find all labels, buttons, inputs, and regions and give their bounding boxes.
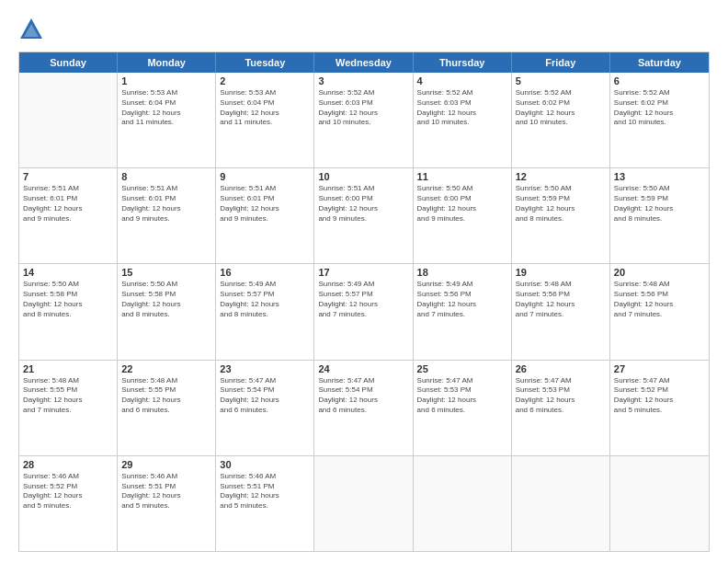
calendar-cell: 4Sunrise: 5:52 AMSunset: 6:03 PMDaylight… — [414, 73, 512, 167]
cell-info: Sunrise: 5:48 AMSunset: 5:55 PMDaylight:… — [121, 376, 211, 416]
calendar-cell: 1Sunrise: 5:53 AMSunset: 6:04 PMDaylight… — [118, 73, 216, 167]
day-header-wednesday: Wednesday — [314, 52, 413, 73]
cell-date-number: 27 — [614, 363, 705, 374]
cell-date-number: 13 — [614, 171, 705, 182]
day-header-sunday: Sunday — [19, 52, 118, 73]
cell-info: Sunrise: 5:48 AMSunset: 5:56 PMDaylight:… — [614, 280, 705, 319]
cell-date-number: 15 — [121, 267, 211, 278]
cell-info: Sunrise: 5:52 AMSunset: 6:03 PMDaylight:… — [318, 88, 408, 128]
calendar-cell: 28Sunrise: 5:46 AMSunset: 5:52 PMDayligh… — [19, 456, 118, 551]
cell-info: Sunrise: 5:46 AMSunset: 5:52 PMDaylight:… — [23, 472, 113, 511]
cell-date-number: 28 — [23, 459, 113, 470]
calendar-header: SundayMondayTuesdayWednesdayThursdayFrid… — [19, 52, 709, 73]
calendar-page: SundayMondayTuesdayWednesdayThursdayFrid… — [0, 0, 728, 563]
calendar-cell: 30Sunrise: 5:46 AMSunset: 5:51 PMDayligh… — [216, 456, 314, 551]
cell-date-number: 16 — [220, 267, 310, 278]
calendar-cell: 23Sunrise: 5:47 AMSunset: 5:54 PMDayligh… — [216, 361, 314, 455]
cell-date-number: 29 — [121, 459, 211, 470]
calendar-cell: 24Sunrise: 5:47 AMSunset: 5:54 PMDayligh… — [314, 361, 413, 455]
calendar-cell — [610, 456, 709, 551]
calendar-cell: 5Sunrise: 5:52 AMSunset: 6:02 PMDaylight… — [512, 73, 610, 167]
cell-date-number: 1 — [121, 75, 211, 86]
cell-info: Sunrise: 5:49 AMSunset: 5:57 PMDaylight:… — [220, 280, 310, 319]
calendar-cell: 12Sunrise: 5:50 AMSunset: 5:59 PMDayligh… — [512, 168, 610, 263]
cell-date-number: 22 — [121, 363, 211, 374]
cell-date-number: 7 — [23, 171, 113, 182]
cell-date-number: 4 — [417, 75, 507, 86]
calendar-cell: 7Sunrise: 5:51 AMSunset: 6:01 PMDaylight… — [19, 168, 118, 263]
calendar-cell: 15Sunrise: 5:50 AMSunset: 5:58 PMDayligh… — [118, 264, 216, 359]
cell-info: Sunrise: 5:53 AMSunset: 6:04 PMDaylight:… — [121, 88, 211, 128]
cell-info: Sunrise: 5:50 AMSunset: 5:59 PMDaylight:… — [516, 184, 606, 224]
cell-date-number: 21 — [23, 363, 113, 374]
cell-info: Sunrise: 5:52 AMSunset: 6:02 PMDaylight:… — [516, 88, 606, 128]
calendar-row-1: 1Sunrise: 5:53 AMSunset: 6:04 PMDaylight… — [19, 73, 709, 167]
cell-info: Sunrise: 5:50 AMSunset: 6:00 PMDaylight:… — [417, 184, 507, 224]
calendar-cell: 6Sunrise: 5:52 AMSunset: 6:02 PMDaylight… — [610, 73, 709, 167]
calendar-cell: 19Sunrise: 5:48 AMSunset: 5:56 PMDayligh… — [512, 264, 610, 359]
calendar-row-4: 21Sunrise: 5:48 AMSunset: 5:55 PMDayligh… — [19, 360, 709, 455]
cell-info: Sunrise: 5:52 AMSunset: 6:02 PMDaylight:… — [614, 88, 705, 128]
cell-date-number: 23 — [220, 363, 310, 374]
cell-date-number: 3 — [318, 75, 408, 86]
calendar-cell: 22Sunrise: 5:48 AMSunset: 5:55 PMDayligh… — [118, 361, 216, 455]
cell-date-number: 20 — [614, 267, 705, 278]
calendar-row-5: 28Sunrise: 5:46 AMSunset: 5:52 PMDayligh… — [19, 455, 709, 551]
calendar-row-2: 7Sunrise: 5:51 AMSunset: 6:01 PMDaylight… — [19, 167, 709, 263]
cell-info: Sunrise: 5:48 AMSunset: 5:56 PMDaylight:… — [516, 280, 606, 319]
cell-date-number: 24 — [318, 363, 408, 374]
cell-info: Sunrise: 5:51 AMSunset: 6:01 PMDaylight:… — [220, 184, 310, 224]
header — [18, 17, 710, 42]
cell-info: Sunrise: 5:47 AMSunset: 5:53 PMDaylight:… — [417, 376, 507, 416]
day-header-saturday: Saturday — [610, 52, 709, 73]
cell-info: Sunrise: 5:50 AMSunset: 5:59 PMDaylight:… — [614, 184, 705, 224]
day-header-thursday: Thursday — [414, 52, 512, 73]
day-header-monday: Monday — [118, 52, 216, 73]
cell-date-number: 26 — [516, 363, 606, 374]
cell-info: Sunrise: 5:52 AMSunset: 6:03 PMDaylight:… — [417, 88, 507, 128]
logo — [18, 17, 48, 42]
cell-info: Sunrise: 5:49 AMSunset: 5:57 PMDaylight:… — [318, 280, 408, 319]
calendar-cell — [512, 456, 610, 551]
calendar-cell — [314, 456, 413, 551]
cell-date-number: 12 — [516, 171, 606, 182]
calendar-cell: 3Sunrise: 5:52 AMSunset: 6:03 PMDaylight… — [314, 73, 413, 167]
day-header-tuesday: Tuesday — [216, 52, 314, 73]
calendar-row-3: 14Sunrise: 5:50 AMSunset: 5:58 PMDayligh… — [19, 263, 709, 359]
cell-info: Sunrise: 5:47 AMSunset: 5:54 PMDaylight:… — [220, 376, 310, 416]
calendar-cell: 29Sunrise: 5:46 AMSunset: 5:51 PMDayligh… — [118, 456, 216, 551]
calendar-cell: 14Sunrise: 5:50 AMSunset: 5:58 PMDayligh… — [19, 264, 118, 359]
calendar-cell: 2Sunrise: 5:53 AMSunset: 6:04 PMDaylight… — [216, 73, 314, 167]
cell-date-number: 10 — [318, 171, 408, 182]
calendar-body: 1Sunrise: 5:53 AMSunset: 6:04 PMDaylight… — [19, 73, 709, 551]
cell-info: Sunrise: 5:51 AMSunset: 6:01 PMDaylight:… — [121, 184, 211, 224]
calendar-cell: 8Sunrise: 5:51 AMSunset: 6:01 PMDaylight… — [118, 168, 216, 263]
calendar-cell: 18Sunrise: 5:49 AMSunset: 5:56 PMDayligh… — [414, 264, 512, 359]
cell-date-number: 14 — [23, 267, 113, 278]
cell-date-number: 17 — [318, 267, 408, 278]
calendar-cell — [414, 456, 512, 551]
calendar-cell: 21Sunrise: 5:48 AMSunset: 5:55 PMDayligh… — [19, 361, 118, 455]
cell-info: Sunrise: 5:51 AMSunset: 6:00 PMDaylight:… — [318, 184, 408, 224]
cell-date-number: 9 — [220, 171, 310, 182]
cell-info: Sunrise: 5:47 AMSunset: 5:54 PMDaylight:… — [318, 376, 408, 416]
cell-date-number: 8 — [121, 171, 211, 182]
calendar-cell: 10Sunrise: 5:51 AMSunset: 6:00 PMDayligh… — [314, 168, 413, 263]
cell-info: Sunrise: 5:50 AMSunset: 5:58 PMDaylight:… — [121, 280, 211, 319]
calendar-cell: 9Sunrise: 5:51 AMSunset: 6:01 PMDaylight… — [216, 168, 314, 263]
cell-date-number: 6 — [614, 75, 705, 86]
calendar-cell — [19, 73, 118, 167]
calendar-cell: 11Sunrise: 5:50 AMSunset: 6:00 PMDayligh… — [414, 168, 512, 263]
cell-info: Sunrise: 5:49 AMSunset: 5:56 PMDaylight:… — [417, 280, 507, 319]
cell-info: Sunrise: 5:48 AMSunset: 5:55 PMDaylight:… — [23, 376, 113, 416]
cell-info: Sunrise: 5:47 AMSunset: 5:53 PMDaylight:… — [516, 376, 606, 416]
cell-date-number: 25 — [417, 363, 507, 374]
logo-icon — [18, 17, 44, 42]
calendar-cell: 27Sunrise: 5:47 AMSunset: 5:52 PMDayligh… — [610, 361, 709, 455]
calendar-cell: 16Sunrise: 5:49 AMSunset: 5:57 PMDayligh… — [216, 264, 314, 359]
cell-info: Sunrise: 5:46 AMSunset: 5:51 PMDaylight:… — [220, 472, 310, 511]
calendar: SundayMondayTuesdayWednesdayThursdayFrid… — [18, 52, 710, 552]
cell-date-number: 11 — [417, 171, 507, 182]
calendar-cell: 13Sunrise: 5:50 AMSunset: 5:59 PMDayligh… — [610, 168, 709, 263]
cell-info: Sunrise: 5:53 AMSunset: 6:04 PMDaylight:… — [220, 88, 310, 128]
